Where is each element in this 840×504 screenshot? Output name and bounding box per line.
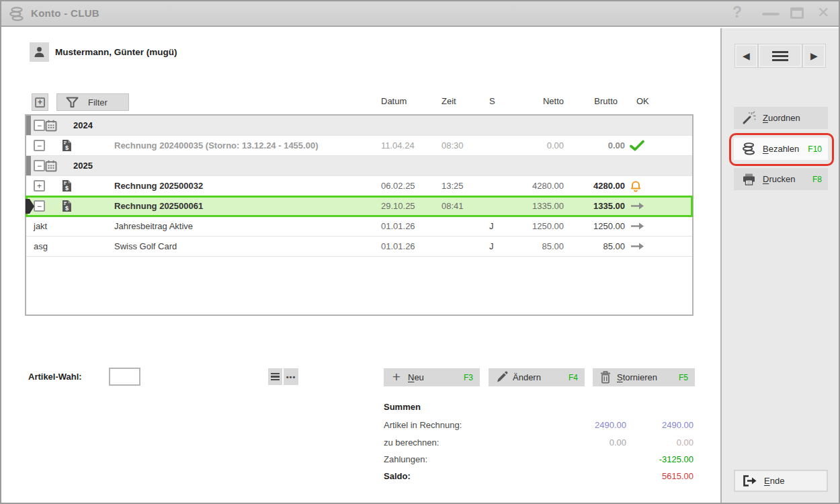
coins-icon [9, 7, 25, 22]
drucken-button[interactable]: Drucken F8 [734, 168, 828, 190]
article-code: asg [34, 237, 48, 256]
record-navigation: ◀ ▶ [735, 44, 825, 67]
article-title: Jahresbeitrag Aktive [114, 216, 193, 236]
invoice-row-202500061-selected[interactable]: − $ Rechnung 202500061 29.10.25 08:41 13… [26, 196, 692, 216]
group-year-label: 2025 [73, 156, 93, 175]
ende-button[interactable]: Ende [734, 470, 828, 492]
stornieren-label: Stornieren [617, 372, 657, 382]
cell-datum: 01.01.26 [381, 216, 415, 236]
magic-wand-icon [741, 111, 756, 126]
invoice-title: Rechnung 202500032 [114, 176, 203, 196]
arrow-right-icon [630, 221, 645, 231]
minimize-button[interactable] [762, 13, 780, 15]
window-title: Konto - CLUB [31, 7, 99, 19]
record-menu-button[interactable] [759, 44, 802, 67]
exit-icon [743, 475, 757, 487]
aendern-button[interactable]: Ändern F4 [489, 368, 585, 386]
neu-label: Neu [408, 372, 424, 382]
cell-brutto: 1250.00 [517, 216, 625, 236]
group-year-label: 2024 [73, 116, 93, 135]
menu-icon [772, 49, 788, 63]
boxed-plus-icon: + [35, 97, 45, 108]
article-row-jakt[interactable]: jakt Jahresbeitrag Aktive 01.01.26 J 125… [26, 216, 692, 237]
maximize-button[interactable] [790, 7, 804, 19]
pencil-icon [495, 371, 508, 384]
cell-datum: 01.01.26 [381, 237, 415, 256]
group-row-2025[interactable]: − 2025 [26, 156, 692, 176]
calendar-icon [45, 160, 57, 172]
cell-brutto: 85.00 [517, 237, 625, 256]
group-row-2024[interactable]: − 2024 [26, 116, 692, 136]
calendar-icon [45, 120, 57, 132]
ende-label: Ende [764, 476, 784, 486]
filter-label: Filter [88, 97, 108, 108]
konto-window: Konto - CLUB ? ✕ Mustermann, Günter (mug… [0, 0, 840, 504]
article-row-asg[interactable]: asg Swiss Golf Card 01.01.26 J 85.00 85.… [26, 237, 692, 257]
bezahlen-label: Bezahlen [763, 144, 799, 154]
artikel-wahl-input[interactable] [109, 368, 140, 386]
fkey-label: F10 [808, 144, 822, 154]
sum-row-artikel: Artikel in Rechnung:2490.002490.00 [384, 420, 694, 435]
artikel-wahl-label: Artikel-Wahl: [28, 372, 82, 382]
aendern-label: Ändern [513, 372, 541, 382]
collapse-icon[interactable]: − [34, 140, 45, 151]
invoice-icon: $ [62, 179, 72, 192]
svg-text:$: $ [65, 144, 68, 151]
summen-title: Summen [384, 402, 421, 412]
arrow-right-icon [630, 201, 645, 211]
bezahlen-button[interactable]: Bezahlen F10 [734, 138, 828, 160]
zuordnen-label: Zuordnen [763, 113, 800, 123]
svg-text:$: $ [65, 185, 68, 192]
cell-zeit: 08:30 [442, 136, 464, 155]
fkey-label: F5 [679, 373, 688, 382]
avatar [30, 42, 49, 62]
sidebar: ◀ ▶ Zuordnen Bezahlen F10 [720, 28, 840, 504]
invoice-title: Rechnung 202500061 [114, 196, 203, 216]
help-button[interactable]: ? [732, 3, 742, 22]
cell-brutto: 0.00 [517, 136, 625, 155]
cell-datum: 06.02.25 [381, 176, 415, 196]
collapse-icon[interactable]: − [34, 200, 45, 212]
invoice-icon: $ [62, 139, 72, 152]
sum-row-zahlungen: Zahlungen:-3125.00 [384, 454, 694, 469]
close-button[interactable]: ✕ [817, 4, 829, 22]
cell-brutto: 4280.00 [517, 176, 625, 196]
invoice-title: Rechnung 202400035 (Storno: 13.12.24 - 1… [114, 136, 318, 155]
list-icon [271, 372, 280, 382]
coins-icon [742, 142, 756, 155]
group-marker [26, 156, 31, 175]
cell-brutto: 1335.00 [517, 196, 625, 216]
invoice-row-202400035[interactable]: − $ Rechnung 202400035 (Storno: 13.12.24… [26, 136, 692, 156]
article-code: jakt [34, 216, 47, 236]
expand-all-button[interactable]: + [32, 93, 48, 111]
next-record-button[interactable]: ▶ [803, 44, 825, 67]
fkey-label: F3 [464, 373, 473, 382]
plus-icon: + [389, 370, 404, 384]
titlebar: Konto - CLUB ? ✕ [1, 1, 839, 27]
neu-button[interactable]: + Neu F3 [384, 368, 480, 386]
group-marker [26, 116, 31, 135]
printer-icon [743, 173, 755, 185]
sum-row-saldo: Saldo:5615.00 [384, 471, 694, 486]
zuordnen-button[interactable]: Zuordnen [734, 107, 828, 129]
article-list-button[interactable] [268, 368, 282, 385]
stornieren-button[interactable]: Stornieren F5 [593, 368, 695, 386]
cell-datum: 11.04.24 [381, 136, 415, 155]
column-header-datum: Datum [381, 96, 407, 106]
column-header-zeit: Zeit [442, 96, 456, 106]
invoice-row-202500032[interactable]: + $ Rechnung 202500032 06.02.25 13:25 42… [26, 176, 692, 196]
member-name: Mustermann, Günter (mugü) [55, 47, 177, 57]
funnel-icon [66, 97, 79, 108]
konto-table: − 2024 − $ Rechnung 202400035 (Storno: 1… [25, 114, 694, 316]
bell-icon [630, 179, 642, 192]
check-icon [630, 140, 644, 151]
filter-button[interactable]: Filter [56, 93, 129, 111]
column-header-ok: OK [636, 96, 649, 106]
fkey-label: F4 [569, 373, 578, 382]
svg-text:$: $ [65, 205, 68, 212]
article-browse-button[interactable]: ••• [284, 368, 298, 385]
column-header-brutto: Brutto [522, 96, 618, 106]
prev-record-button[interactable]: ◀ [735, 44, 757, 67]
arrow-right-icon [630, 241, 645, 251]
expand-icon[interactable]: + [34, 180, 45, 192]
